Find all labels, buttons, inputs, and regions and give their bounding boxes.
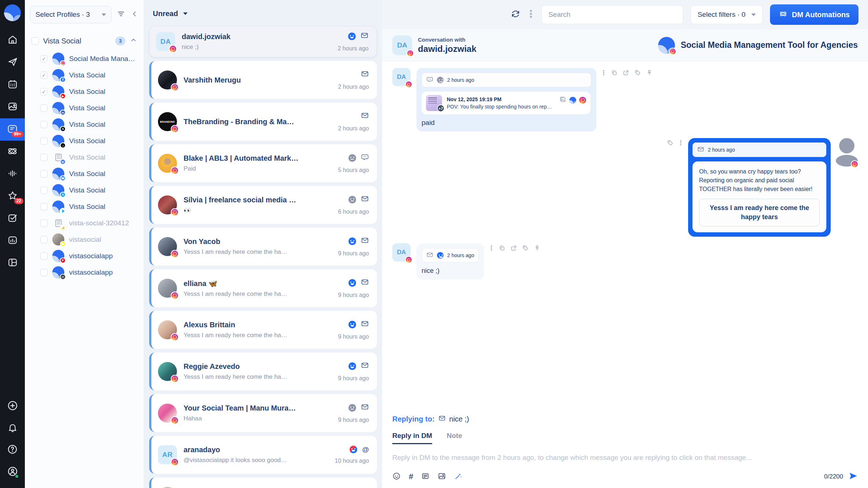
profile-checkbox[interactable] (40, 187, 48, 194)
connected-profile-title[interactable]: Social Media Management Tool for Agencie… (681, 40, 858, 50)
vista-social-logo[interactable] (4, 4, 21, 21)
tag-icon[interactable] (667, 140, 673, 148)
filter-profiles-icon[interactable] (117, 9, 125, 20)
profile-row-google-play[interactable]: Vista Social (30, 198, 139, 215)
profile-row-bluesky[interactable]: Vista Social (30, 165, 139, 182)
profile-row-google-business[interactable]: B Vista Social (30, 149, 139, 165)
profile-row-google-analytics[interactable]: vista-social-320412 (30, 215, 139, 231)
help-button[interactable] (0, 439, 25, 461)
account-button[interactable] (0, 461, 25, 483)
conversation-card[interactable]: Blake | ABL3 | Automated Mark…Paid 5 hou… (149, 144, 377, 182)
conversation-card[interactable]: Von YacobYesss I am ready here come the … (149, 228, 377, 266)
profile-checkbox[interactable] (40, 104, 48, 112)
chevron-up-icon[interactable] (130, 37, 137, 45)
profile-checkbox[interactable] (40, 220, 48, 227)
pin-icon[interactable] (646, 69, 653, 77)
automation-atom-icon (779, 9, 788, 20)
profile-row-threads[interactable]: @ vistasocialapp (30, 264, 139, 281)
snippet-icon[interactable] (421, 472, 430, 482)
conversation-card[interactable]: Your Social Team | Manu Mura…Hahaa 9 hou… (149, 394, 377, 432)
profile-checkbox[interactable]: ✓ (40, 72, 48, 79)
profile-checkbox[interactable] (40, 269, 48, 276)
profile-checkbox[interactable] (40, 236, 48, 243)
sidebar-item-home[interactable] (0, 29, 25, 52)
profile-checkbox[interactable] (40, 154, 48, 161)
send-icon[interactable] (848, 471, 858, 482)
conversation-card[interactable]: Alexus BrittainYesss I am ready here com… (149, 311, 377, 349)
sidebar-item-listening[interactable] (0, 163, 25, 185)
conversation-card[interactable]: AR aranadayo@vistasocialapp it looks soo… (149, 436, 377, 474)
reply-input[interactable] (392, 454, 858, 462)
notifications-button[interactable] (0, 417, 25, 439)
profile-checkbox[interactable] (40, 137, 48, 145)
copy-icon[interactable] (499, 245, 505, 253)
profile-row-linkedin[interactable]: in Vista Social (30, 100, 139, 116)
magic-wand-icon[interactable] (454, 472, 463, 482)
image-icon[interactable] (438, 472, 446, 482)
profile-checkbox[interactable]: ✓ (40, 55, 48, 62)
app-window: 99+ 22 (0, 0, 868, 488)
profile-checkbox[interactable]: ✓ (40, 88, 48, 95)
sidebar-item-inbox[interactable]: 99+ (0, 118, 25, 141)
kebab-menu-icon[interactable] (528, 9, 534, 20)
profile-checkbox[interactable] (40, 203, 48, 210)
sidebar-item-publish[interactable] (0, 52, 25, 74)
profile-row-x[interactable]: X Vista Social (30, 116, 139, 133)
copy-icon[interactable] (611, 69, 618, 77)
profile-row-facebook[interactable]: ✓ f Vista Social (30, 67, 139, 83)
replying-to-message[interactable]: nice ;) (449, 415, 469, 423)
search-input[interactable] (541, 5, 683, 24)
sidebar-item-reviews[interactable]: 22 (0, 185, 25, 207)
sidebar-item-connect[interactable] (0, 141, 25, 163)
collapse-panel-icon[interactable] (131, 10, 139, 19)
profile-row-pinterest[interactable]: P vistasocialapp (30, 248, 139, 264)
conversation-card[interactable]: Varshith Merugu 2 hours ago (149, 61, 377, 99)
select-profiles-dropdown[interactable]: Select Profiles · 3 (30, 6, 112, 23)
conversation-card[interactable]: elliana 🦋Yesss I am ready here come the … (149, 269, 377, 307)
share-icon[interactable] (510, 245, 517, 253)
profile-row-youtube[interactable]: ✓ ▶ Vista Social (30, 83, 139, 100)
inbox-filter-dropdown[interactable]: Unread (153, 9, 178, 18)
message-actions (489, 245, 540, 253)
profile-row-instagram[interactable]: ✓ Social Media Managem… (30, 50, 139, 67)
tag-icon[interactable] (634, 69, 641, 77)
sidebar-item-reports[interactable] (0, 230, 25, 252)
more-icon[interactable] (601, 69, 606, 77)
message-incoming: DA 2 hours ago nice ;) (392, 243, 858, 279)
share-icon[interactable] (623, 69, 629, 77)
profile-checkbox[interactable] (40, 170, 48, 178)
group-checkbox[interactable] (31, 37, 39, 45)
create-button[interactable] (0, 395, 25, 417)
dm-automations-button[interactable]: DM Automations (770, 4, 858, 25)
conversation-card[interactable]: Sílvia | freelance social media …👀 6 hou… (149, 186, 377, 224)
conversation-card[interactable]: Reggie AzevedoYesss I am ready here come… (149, 352, 377, 390)
conversation-card[interactable]: DA dawid.jozwiaknice ;) 2 hours ago (149, 26, 377, 57)
more-icon[interactable] (489, 245, 494, 253)
sidebar-item-media[interactable] (0, 96, 25, 118)
profile-checkbox[interactable] (40, 121, 48, 128)
profile-row-snapchat[interactable]: vistasocial (30, 231, 139, 248)
pin-icon[interactable] (534, 245, 540, 253)
select-filters-dropdown[interactable]: Select filters · 0 (691, 5, 763, 24)
sidebar-item-calendar[interactable] (0, 74, 25, 96)
quick-reply-button[interactable]: Yesss I am ready here come the happy tea… (699, 199, 820, 226)
tab-reply-in-dm[interactable]: Reply in DM (392, 432, 432, 444)
conversation-card[interactable] (149, 477, 377, 488)
more-icon[interactable] (679, 140, 683, 148)
conversation-card[interactable]: BRANDING TheBranding - Branding & Ma… 2 … (149, 103, 377, 141)
sidebar-item-boards[interactable] (0, 252, 25, 274)
shared-post-attachment[interactable]: +7 Nov 12, 2025 19:19 PM POV: You finall… (422, 92, 590, 114)
refresh-icon[interactable] (511, 9, 520, 20)
profile-row-app-store[interactable]: A Vista Social (30, 182, 139, 198)
emoji-icon[interactable] (392, 472, 401, 482)
chevron-down-icon (102, 14, 106, 16)
message-bubble[interactable]: 2 hours ago Oh, so you wanna cry happy t… (688, 138, 831, 237)
tab-note[interactable]: Note (447, 432, 462, 444)
sidebar-item-tasks[interactable] (0, 207, 25, 230)
profile-row-tiktok[interactable]: ♪ Vista Social (30, 133, 139, 149)
profile-checkbox[interactable] (40, 252, 48, 260)
tag-icon[interactable] (522, 245, 529, 253)
message-bubble[interactable]: 2 hours ago nice ;) (416, 243, 484, 279)
hashtag-icon[interactable]: # (409, 473, 413, 481)
message-bubble[interactable]: 2 hours ago +7 Nov 12, 2025 19:19 PM POV… (416, 68, 596, 131)
